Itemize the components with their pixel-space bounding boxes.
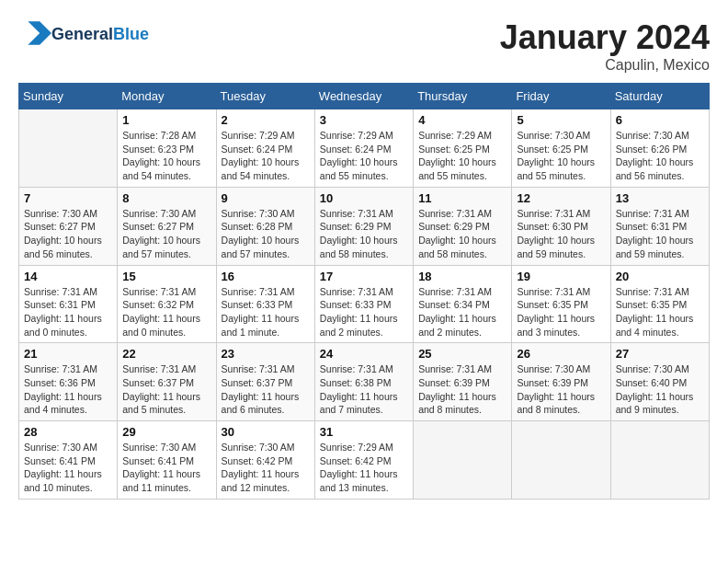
- calendar-cell: 26Sunrise: 7:30 AM Sunset: 6:39 PM Dayli…: [512, 343, 610, 421]
- day-info: Sunrise: 7:31 AM Sunset: 6:38 PM Dayligh…: [320, 362, 408, 417]
- calendar-week-row: 7Sunrise: 7:30 AM Sunset: 6:27 PM Daylig…: [19, 187, 710, 265]
- weekday-header: Monday: [118, 84, 216, 109]
- day-number: 22: [122, 347, 210, 361]
- calendar-cell: 13Sunrise: 7:31 AM Sunset: 6:31 PM Dayli…: [610, 187, 709, 265]
- day-info: Sunrise: 7:29 AM Sunset: 6:24 PM Dayligh…: [320, 129, 408, 183]
- day-number: 28: [24, 425, 112, 439]
- svg-marker-0: [28, 21, 51, 45]
- day-number: 23: [222, 347, 310, 361]
- weekday-header: Sunday: [19, 84, 118, 109]
- day-number: 6: [616, 113, 704, 127]
- page-header: GeneralBlue January 2024 Capulin, Mexico: [18, 18, 710, 74]
- day-number: 13: [616, 191, 704, 205]
- calendar-cell: 17Sunrise: 7:31 AM Sunset: 6:33 PM Dayli…: [314, 265, 413, 343]
- day-number: 17: [320, 270, 408, 283]
- calendar-cell: 20Sunrise: 7:31 AM Sunset: 6:35 PM Dayli…: [610, 265, 709, 343]
- day-number: 25: [418, 347, 506, 361]
- calendar-cell: 14Sunrise: 7:31 AM Sunset: 6:31 PM Dayli…: [19, 265, 118, 343]
- calendar-cell: 18Sunrise: 7:31 AM Sunset: 6:34 PM Dayli…: [414, 265, 512, 343]
- calendar-cell: 21Sunrise: 7:31 AM Sunset: 6:36 PM Dayli…: [19, 343, 118, 421]
- logo-icon: [22, 18, 51, 48]
- calendar-cell: [610, 421, 709, 500]
- day-info: Sunrise: 7:30 AM Sunset: 6:25 PM Dayligh…: [517, 129, 605, 183]
- calendar-cell: 5Sunrise: 7:30 AM Sunset: 6:25 PM Daylig…: [512, 109, 610, 188]
- month-title: January 2024: [500, 18, 710, 57]
- logo: GeneralBlue: [18, 18, 149, 52]
- day-info: Sunrise: 7:30 AM Sunset: 6:26 PM Dayligh…: [616, 129, 704, 183]
- calendar-cell: 30Sunrise: 7:30 AM Sunset: 6:42 PM Dayli…: [216, 421, 314, 500]
- calendar-cell: 8Sunrise: 7:30 AM Sunset: 6:27 PM Daylig…: [118, 187, 216, 265]
- day-info: Sunrise: 7:31 AM Sunset: 6:35 PM Dayligh…: [616, 285, 704, 339]
- day-info: Sunrise: 7:29 AM Sunset: 6:24 PM Dayligh…: [222, 129, 310, 183]
- weekday-header: Thursday: [414, 84, 512, 109]
- weekday-header: Tuesday: [216, 84, 314, 109]
- day-number: 26: [517, 347, 605, 361]
- day-info: Sunrise: 7:31 AM Sunset: 6:29 PM Dayligh…: [320, 207, 408, 261]
- day-number: 3: [320, 113, 408, 127]
- weekday-header-row: SundayMondayTuesdayWednesdayThursdayFrid…: [19, 84, 710, 109]
- weekday-header: Friday: [512, 84, 610, 109]
- day-info: Sunrise: 7:31 AM Sunset: 6:39 PM Dayligh…: [418, 362, 506, 417]
- day-info: Sunrise: 7:31 AM Sunset: 6:31 PM Dayligh…: [616, 207, 704, 261]
- calendar-cell: [19, 109, 118, 188]
- calendar-week-row: 14Sunrise: 7:31 AM Sunset: 6:31 PM Dayli…: [19, 265, 710, 343]
- day-info: Sunrise: 7:30 AM Sunset: 6:41 PM Dayligh…: [122, 441, 210, 495]
- day-number: 5: [517, 113, 605, 127]
- day-number: 16: [222, 270, 310, 283]
- calendar-cell: 2Sunrise: 7:29 AM Sunset: 6:24 PM Daylig…: [216, 109, 314, 188]
- calendar-cell: 12Sunrise: 7:31 AM Sunset: 6:30 PM Dayli…: [512, 187, 610, 265]
- day-info: Sunrise: 7:31 AM Sunset: 6:37 PM Dayligh…: [122, 362, 210, 417]
- day-number: 2: [222, 113, 310, 127]
- day-number: 24: [320, 347, 408, 361]
- day-number: 31: [320, 425, 408, 439]
- day-number: 14: [24, 270, 112, 283]
- logo-text: GeneralBlue: [51, 26, 149, 44]
- calendar-cell: 22Sunrise: 7:31 AM Sunset: 6:37 PM Dayli…: [118, 343, 216, 421]
- day-info: Sunrise: 7:31 AM Sunset: 6:30 PM Dayligh…: [517, 207, 605, 261]
- calendar-cell: 3Sunrise: 7:29 AM Sunset: 6:24 PM Daylig…: [314, 109, 413, 188]
- day-number: 21: [24, 347, 112, 361]
- calendar-cell: 7Sunrise: 7:30 AM Sunset: 6:27 PM Daylig…: [19, 187, 118, 265]
- day-info: Sunrise: 7:30 AM Sunset: 6:28 PM Dayligh…: [222, 207, 310, 261]
- day-info: Sunrise: 7:31 AM Sunset: 6:33 PM Dayligh…: [222, 285, 310, 339]
- calendar-cell: 11Sunrise: 7:31 AM Sunset: 6:29 PM Dayli…: [414, 187, 512, 265]
- day-info: Sunrise: 7:31 AM Sunset: 6:35 PM Dayligh…: [517, 285, 605, 339]
- day-info: Sunrise: 7:28 AM Sunset: 6:23 PM Dayligh…: [122, 129, 210, 183]
- day-number: 19: [517, 270, 605, 283]
- calendar-cell: 19Sunrise: 7:31 AM Sunset: 6:35 PM Dayli…: [512, 265, 610, 343]
- day-number: 12: [517, 191, 605, 205]
- day-number: 9: [222, 191, 310, 205]
- day-info: Sunrise: 7:30 AM Sunset: 6:41 PM Dayligh…: [24, 441, 112, 495]
- day-number: 30: [222, 425, 310, 439]
- weekday-header: Wednesday: [314, 84, 413, 109]
- day-info: Sunrise: 7:29 AM Sunset: 6:42 PM Dayligh…: [320, 441, 408, 495]
- day-number: 15: [122, 270, 210, 283]
- calendar-cell: 10Sunrise: 7:31 AM Sunset: 6:29 PM Dayli…: [314, 187, 413, 265]
- day-info: Sunrise: 7:29 AM Sunset: 6:25 PM Dayligh…: [418, 129, 506, 183]
- day-info: Sunrise: 7:30 AM Sunset: 6:27 PM Dayligh…: [122, 207, 210, 261]
- day-info: Sunrise: 7:31 AM Sunset: 6:31 PM Dayligh…: [24, 285, 112, 339]
- day-info: Sunrise: 7:31 AM Sunset: 6:33 PM Dayligh…: [320, 285, 408, 339]
- calendar-week-row: 1Sunrise: 7:28 AM Sunset: 6:23 PM Daylig…: [19, 109, 710, 188]
- calendar-cell: 9Sunrise: 7:30 AM Sunset: 6:28 PM Daylig…: [216, 187, 314, 265]
- day-info: Sunrise: 7:30 AM Sunset: 6:39 PM Dayligh…: [517, 362, 605, 417]
- day-number: 7: [24, 191, 112, 205]
- calendar-week-row: 28Sunrise: 7:30 AM Sunset: 6:41 PM Dayli…: [19, 421, 710, 500]
- day-info: Sunrise: 7:30 AM Sunset: 6:42 PM Dayligh…: [222, 441, 310, 495]
- calendar-week-row: 21Sunrise: 7:31 AM Sunset: 6:36 PM Dayli…: [19, 343, 710, 421]
- location: Capulin, Mexico: [500, 57, 710, 74]
- calendar-table: SundayMondayTuesdayWednesdayThursdayFrid…: [18, 83, 710, 500]
- title-block: January 2024 Capulin, Mexico: [500, 18, 710, 74]
- calendar-cell: 27Sunrise: 7:30 AM Sunset: 6:40 PM Dayli…: [610, 343, 709, 421]
- day-number: 11: [418, 191, 506, 205]
- day-info: Sunrise: 7:31 AM Sunset: 6:29 PM Dayligh…: [418, 207, 506, 261]
- day-info: Sunrise: 7:31 AM Sunset: 6:36 PM Dayligh…: [24, 362, 112, 417]
- day-info: Sunrise: 7:31 AM Sunset: 6:37 PM Dayligh…: [222, 362, 310, 417]
- day-number: 1: [122, 113, 210, 127]
- day-number: 29: [122, 425, 210, 439]
- calendar-cell: [512, 421, 610, 500]
- weekday-header: Saturday: [610, 84, 709, 109]
- calendar-cell: 4Sunrise: 7:29 AM Sunset: 6:25 PM Daylig…: [414, 109, 512, 188]
- calendar-cell: 25Sunrise: 7:31 AM Sunset: 6:39 PM Dayli…: [414, 343, 512, 421]
- day-number: 8: [122, 191, 210, 205]
